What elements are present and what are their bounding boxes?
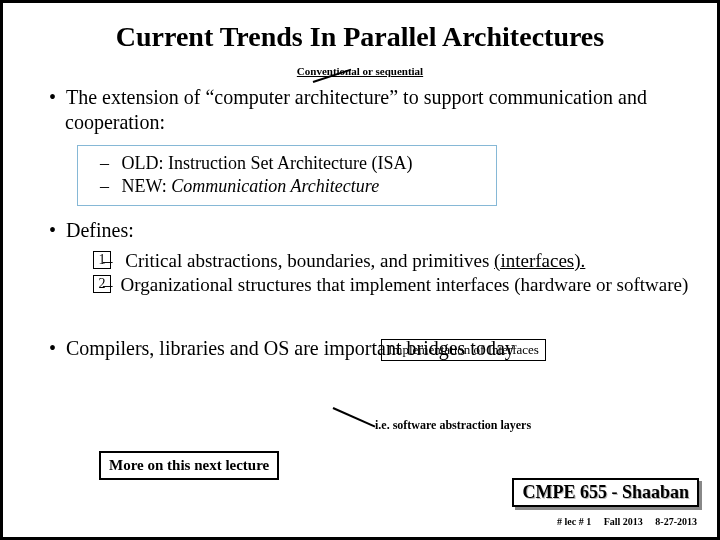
bullet-3: Compilers, libraries and OS are importan… [49, 336, 689, 361]
define-1: Critical abstractions, boundaries, and p… [103, 249, 689, 273]
slide-title: Current Trends In Parallel Architectures [31, 21, 689, 53]
number-box-2: 2 [93, 275, 111, 293]
course-box: CMPE 655 - Shaaban [512, 478, 699, 507]
sub-new-prefix: NEW: [122, 176, 172, 196]
footer-term: Fall 2013 [604, 516, 643, 527]
define-row-2: 2 Organizational structures that impleme… [31, 273, 689, 297]
define-1a: Critical abstractions, boundaries, and p… [125, 250, 494, 271]
bullet-2: Defines: [49, 218, 689, 243]
sub-new: NEW: Communication Architecture [100, 175, 484, 198]
annotation-mid: i.e. software abstraction layers [375, 418, 531, 433]
define-row-1: 1 Critical abstractions, boundaries, and… [31, 249, 689, 273]
sub-new-text: Communication Architecture [171, 176, 379, 196]
footer: # lec # 1 Fall 2013 8-27-2013 [547, 516, 697, 527]
sub-old-text: Instruction Set Architecture (ISA) [168, 153, 412, 173]
old-new-box: OLD: Instruction Set Architecture (ISA) … [77, 145, 497, 206]
sub-old: OLD: Instruction Set Architecture (ISA) [100, 152, 484, 175]
implementation-box: Implementation of Interfaces [381, 339, 546, 361]
define-1b: (interfaces). [494, 250, 585, 271]
define-2: Organizational structures that implement… [103, 273, 689, 297]
footer-lec: # lec # 1 [557, 516, 591, 527]
slide: Current Trends In Parallel Architectures… [0, 0, 720, 540]
bullet-list: The extension of “computer architecture”… [31, 85, 689, 361]
footer-date: 8-27-2013 [655, 516, 697, 527]
annotation-top: Conventional or sequential [3, 65, 717, 77]
bullet-1: The extension of “computer architecture”… [49, 85, 689, 135]
connector-line-2-icon [333, 407, 376, 428]
sub-old-prefix: OLD: [122, 153, 169, 173]
more-next-lecture-box: More on this next lecture [99, 451, 279, 480]
number-box-1: 1 [93, 251, 111, 269]
